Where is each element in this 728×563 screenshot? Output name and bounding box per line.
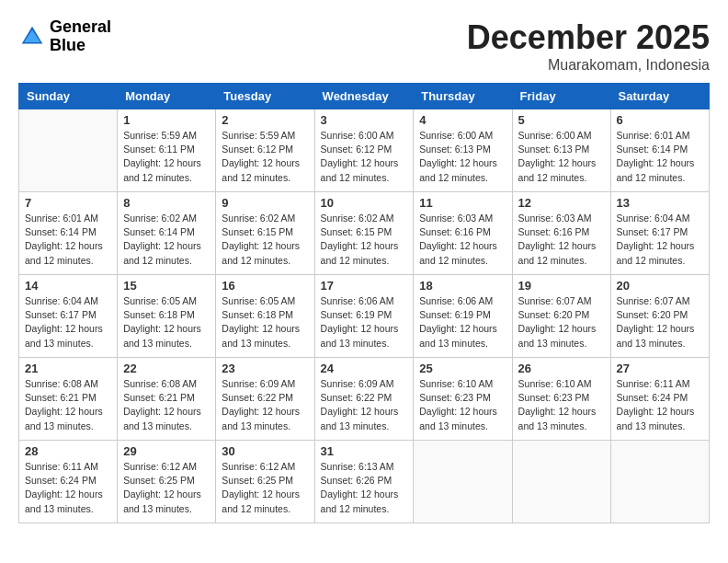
day-info: Sunrise: 6:02 AM Sunset: 6:15 PM Dayligh… bbox=[321, 212, 408, 268]
title-block: December 2025 Muarakomam, Indonesia bbox=[467, 18, 710, 74]
calendar-cell: 14Sunrise: 6:04 AM Sunset: 6:17 PM Dayli… bbox=[19, 275, 118, 358]
calendar-cell: 13Sunrise: 6:04 AM Sunset: 6:17 PM Dayli… bbox=[610, 192, 709, 275]
calendar-cell: 15Sunrise: 6:05 AM Sunset: 6:18 PM Dayli… bbox=[118, 275, 216, 358]
month-title: December 2025 bbox=[467, 18, 710, 57]
weekday-header: Thursday bbox=[414, 84, 512, 109]
weekday-header: Wednesday bbox=[314, 84, 414, 109]
calendar-cell: 5Sunrise: 6:00 AM Sunset: 6:13 PM Daylig… bbox=[512, 109, 610, 192]
logo-general: General bbox=[50, 18, 111, 37]
calendar-cell: 29Sunrise: 6:12 AM Sunset: 6:25 PM Dayli… bbox=[118, 441, 216, 523]
location: Muarakomam, Indonesia bbox=[467, 57, 710, 74]
day-number: 12 bbox=[518, 196, 605, 210]
day-info: Sunrise: 6:00 AM Sunset: 6:13 PM Dayligh… bbox=[518, 129, 605, 185]
day-info: Sunrise: 6:02 AM Sunset: 6:15 PM Dayligh… bbox=[222, 212, 308, 268]
day-info: Sunrise: 6:05 AM Sunset: 6:18 PM Dayligh… bbox=[123, 294, 210, 350]
day-number: 30 bbox=[222, 444, 308, 458]
calendar-cell: 24Sunrise: 6:09 AM Sunset: 6:22 PM Dayli… bbox=[314, 358, 414, 441]
day-info: Sunrise: 6:02 AM Sunset: 6:14 PM Dayligh… bbox=[123, 212, 210, 268]
calendar-cell bbox=[414, 441, 512, 523]
calendar-cell: 28Sunrise: 6:11 AM Sunset: 6:24 PM Dayli… bbox=[19, 441, 118, 523]
day-number: 19 bbox=[518, 279, 605, 293]
day-number: 25 bbox=[419, 362, 506, 375]
calendar-cell: 12Sunrise: 6:03 AM Sunset: 6:16 PM Dayli… bbox=[512, 192, 610, 275]
day-number: 18 bbox=[419, 279, 506, 293]
day-info: Sunrise: 6:09 AM Sunset: 6:22 PM Dayligh… bbox=[222, 377, 308, 433]
day-info: Sunrise: 6:10 AM Sunset: 6:23 PM Dayligh… bbox=[419, 377, 506, 433]
calendar-cell: 23Sunrise: 6:09 AM Sunset: 6:22 PM Dayli… bbox=[216, 358, 314, 441]
day-number: 16 bbox=[222, 279, 308, 293]
day-info: Sunrise: 6:00 AM Sunset: 6:12 PM Dayligh… bbox=[321, 129, 408, 185]
day-number: 9 bbox=[222, 196, 308, 210]
calendar-cell: 7Sunrise: 6:01 AM Sunset: 6:14 PM Daylig… bbox=[19, 192, 118, 275]
logo-icon bbox=[18, 23, 46, 51]
calendar-cell: 22Sunrise: 6:08 AM Sunset: 6:21 PM Dayli… bbox=[118, 358, 216, 441]
weekday-header: Sunday bbox=[19, 84, 118, 109]
day-info: Sunrise: 6:09 AM Sunset: 6:22 PM Dayligh… bbox=[321, 377, 408, 433]
day-info: Sunrise: 6:01 AM Sunset: 6:14 PM Dayligh… bbox=[25, 212, 111, 268]
calendar-cell: 16Sunrise: 6:05 AM Sunset: 6:18 PM Dayli… bbox=[216, 275, 314, 358]
day-number: 13 bbox=[617, 196, 703, 210]
day-info: Sunrise: 6:08 AM Sunset: 6:21 PM Dayligh… bbox=[123, 377, 210, 433]
day-number: 2 bbox=[222, 113, 308, 127]
day-number: 8 bbox=[123, 196, 210, 210]
page-header: General Blue December 2025 Muarakomam, I… bbox=[18, 18, 710, 74]
day-info: Sunrise: 6:06 AM Sunset: 6:19 PM Dayligh… bbox=[419, 294, 506, 350]
day-number: 6 bbox=[617, 113, 703, 127]
day-number: 22 bbox=[123, 362, 210, 375]
day-info: Sunrise: 6:06 AM Sunset: 6:19 PM Dayligh… bbox=[321, 294, 408, 350]
day-number: 28 bbox=[25, 444, 111, 458]
calendar-cell: 10Sunrise: 6:02 AM Sunset: 6:15 PM Dayli… bbox=[314, 192, 414, 275]
day-number: 14 bbox=[25, 279, 111, 293]
day-number: 15 bbox=[123, 279, 210, 293]
calendar-cell: 11Sunrise: 6:03 AM Sunset: 6:16 PM Dayli… bbox=[414, 192, 512, 275]
day-info: Sunrise: 6:07 AM Sunset: 6:20 PM Dayligh… bbox=[617, 294, 703, 350]
calendar-cell: 3Sunrise: 6:00 AM Sunset: 6:12 PM Daylig… bbox=[314, 109, 414, 192]
calendar-cell: 31Sunrise: 6:13 AM Sunset: 6:26 PM Dayli… bbox=[314, 441, 414, 523]
logo-text: General Blue bbox=[50, 18, 111, 55]
day-info: Sunrise: 6:12 AM Sunset: 6:25 PM Dayligh… bbox=[222, 460, 308, 516]
day-info: Sunrise: 6:08 AM Sunset: 6:21 PM Dayligh… bbox=[25, 377, 111, 433]
day-number: 23 bbox=[222, 362, 308, 375]
calendar-cell: 30Sunrise: 6:12 AM Sunset: 6:25 PM Dayli… bbox=[216, 441, 314, 523]
day-number: 27 bbox=[617, 362, 703, 375]
day-info: Sunrise: 6:00 AM Sunset: 6:13 PM Dayligh… bbox=[419, 129, 506, 185]
day-info: Sunrise: 5:59 AM Sunset: 6:11 PM Dayligh… bbox=[123, 129, 210, 185]
calendar-cell: 18Sunrise: 6:06 AM Sunset: 6:19 PM Dayli… bbox=[414, 275, 512, 358]
calendar-cell: 9Sunrise: 6:02 AM Sunset: 6:15 PM Daylig… bbox=[216, 192, 314, 275]
day-info: Sunrise: 6:01 AM Sunset: 6:14 PM Dayligh… bbox=[617, 129, 703, 185]
calendar-cell: 27Sunrise: 6:11 AM Sunset: 6:24 PM Dayli… bbox=[610, 358, 709, 441]
day-info: Sunrise: 6:11 AM Sunset: 6:24 PM Dayligh… bbox=[617, 377, 703, 433]
calendar-cell: 6Sunrise: 6:01 AM Sunset: 6:14 PM Daylig… bbox=[610, 109, 709, 192]
day-info: Sunrise: 6:05 AM Sunset: 6:18 PM Dayligh… bbox=[222, 294, 308, 350]
weekday-header: Saturday bbox=[610, 84, 709, 109]
day-number: 20 bbox=[617, 279, 703, 293]
day-info: Sunrise: 6:04 AM Sunset: 6:17 PM Dayligh… bbox=[617, 212, 703, 268]
calendar-cell bbox=[19, 109, 118, 192]
day-number: 3 bbox=[321, 113, 408, 127]
day-number: 17 bbox=[321, 279, 408, 293]
calendar-cell: 20Sunrise: 6:07 AM Sunset: 6:20 PM Dayli… bbox=[610, 275, 709, 358]
calendar-cell: 1Sunrise: 5:59 AM Sunset: 6:11 PM Daylig… bbox=[118, 109, 216, 192]
day-number: 5 bbox=[518, 113, 605, 127]
calendar-cell: 26Sunrise: 6:10 AM Sunset: 6:23 PM Dayli… bbox=[512, 358, 610, 441]
day-number: 21 bbox=[25, 362, 111, 375]
day-number: 26 bbox=[518, 362, 605, 375]
calendar-cell: 2Sunrise: 5:59 AM Sunset: 6:12 PM Daylig… bbox=[216, 109, 314, 192]
day-number: 31 bbox=[321, 444, 408, 458]
day-number: 10 bbox=[321, 196, 408, 210]
weekday-header: Tuesday bbox=[216, 84, 314, 109]
day-number: 24 bbox=[321, 362, 408, 375]
calendar-cell: 4Sunrise: 6:00 AM Sunset: 6:13 PM Daylig… bbox=[414, 109, 512, 192]
day-info: Sunrise: 6:03 AM Sunset: 6:16 PM Dayligh… bbox=[419, 212, 506, 268]
day-info: Sunrise: 6:11 AM Sunset: 6:24 PM Dayligh… bbox=[25, 460, 111, 516]
day-info: Sunrise: 6:10 AM Sunset: 6:23 PM Dayligh… bbox=[518, 377, 605, 433]
calendar-cell: 19Sunrise: 6:07 AM Sunset: 6:20 PM Dayli… bbox=[512, 275, 610, 358]
logo-blue: Blue bbox=[50, 37, 111, 55]
day-info: Sunrise: 6:13 AM Sunset: 6:26 PM Dayligh… bbox=[321, 460, 408, 516]
day-info: Sunrise: 6:04 AM Sunset: 6:17 PM Dayligh… bbox=[25, 294, 111, 350]
calendar-cell: 17Sunrise: 6:06 AM Sunset: 6:19 PM Dayli… bbox=[314, 275, 414, 358]
day-number: 1 bbox=[123, 113, 210, 127]
calendar-cell: 21Sunrise: 6:08 AM Sunset: 6:21 PM Dayli… bbox=[19, 358, 118, 441]
day-number: 29 bbox=[123, 444, 210, 458]
day-number: 11 bbox=[419, 196, 506, 210]
